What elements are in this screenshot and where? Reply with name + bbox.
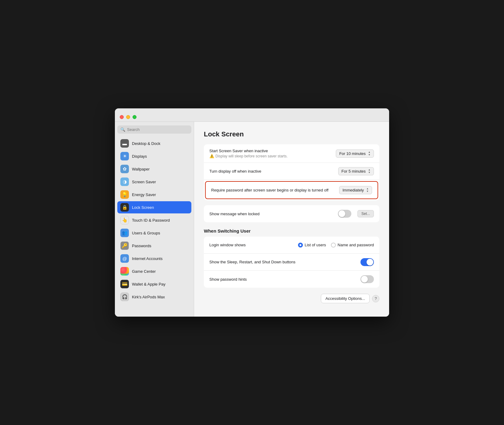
screen-settings-group: Start Screen Saver when inactive ⚠️ Disp…	[204, 144, 379, 200]
warning-icon: ⚠️	[209, 154, 214, 158]
accessibility-options-button[interactable]: Accessibility Options...	[321, 294, 370, 303]
login-window-radio-group: List of users Name and password	[298, 243, 374, 248]
search-icon: 🔍	[120, 127, 125, 132]
sleep-restart-row: Show the Sleep, Restart, and Shut Down b…	[204, 254, 379, 271]
sleep-restart-label: Show the Sleep, Restart, and Shut Down b…	[209, 260, 360, 264]
screen-saver-stepper-arrows: ▲ ▼	[368, 151, 371, 156]
show-message-row: Show message when locked Set...	[204, 205, 379, 222]
sidebar-item-label: Lock Screen	[132, 205, 154, 210]
sleep-restart-toggle-knob	[367, 259, 373, 265]
sidebar-item-label: Game Center	[132, 269, 156, 274]
login-window-row: Login window shows List of users Name an…	[204, 237, 379, 254]
displays-icon: ☀	[120, 152, 129, 160]
sidebar-item-label: Touch ID & Password	[132, 218, 170, 223]
sidebar-item-lock-screen[interactable]: 🔒 Lock Screen	[117, 201, 191, 213]
display-off-label: Turn display off when inactive	[209, 169, 338, 174]
show-message-toggle[interactable]	[338, 210, 351, 218]
bottom-actions: Accessibility Options... ?	[204, 294, 379, 303]
screen-saver-label-group: Start Screen Saver when inactive ⚠️ Disp…	[209, 149, 288, 158]
sidebar: 🔍 ▬ Desktop & Dock ☀ Displays ✿	[115, 122, 194, 317]
game-center-icon	[120, 267, 129, 276]
login-window-label: Login window shows	[209, 243, 298, 247]
sidebar-item-wallet[interactable]: 💳 Wallet & Apple Pay	[117, 278, 191, 290]
screen-saver-icon: ◑	[120, 177, 129, 186]
minimize-button[interactable]	[126, 115, 130, 119]
sidebar-item-internet-accounts[interactable]: @ Internet Accounts	[117, 252, 191, 265]
screen-saver-stepper[interactable]: For 10 minutes ▲ ▼	[336, 149, 374, 158]
touch-id-icon: 👆	[120, 216, 129, 224]
sidebar-item-airpods[interactable]: 🎧 Kirk's AirPods Max	[117, 291, 191, 303]
title-bar	[115, 108, 389, 122]
page-title: Lock Screen	[204, 130, 379, 138]
radio-name-and-password[interactable]: Name and password	[331, 243, 374, 248]
sidebar-item-label: Desktop & Dock	[132, 141, 160, 146]
sidebar-item-label: Kirk's AirPods Max	[132, 295, 165, 299]
radio-name-and-password-label: Name and password	[338, 243, 374, 247]
main-content: Lock Screen Start Screen Saver when inac…	[194, 122, 389, 317]
energy-saver-icon: 💡	[120, 190, 129, 199]
sidebar-item-label: Wallet & Apple Pay	[132, 282, 165, 286]
password-hints-toggle-knob	[361, 276, 368, 283]
display-off-stepper[interactable]: For 5 minutes ▲ ▼	[338, 167, 374, 175]
display-off-row: Turn display off when inactive For 5 min…	[204, 163, 379, 180]
sidebar-item-label: Energy Saver	[132, 192, 156, 197]
password-hints-label: Show password hints	[209, 277, 360, 282]
sidebar-item-energy-saver[interactable]: 💡 Energy Saver	[117, 188, 191, 201]
internet-accounts-icon: @	[120, 254, 129, 263]
wallet-icon: 💳	[120, 280, 129, 288]
sidebar-item-touch-id[interactable]: 👆 Touch ID & Password	[117, 214, 191, 226]
sidebar-item-displays[interactable]: ☀ Displays	[117, 150, 191, 162]
display-off-stepper-arrows: ▲ ▼	[368, 169, 371, 174]
switching-user-header: When Switching User	[204, 228, 379, 234]
switching-user-group: Login window shows List of users Name an…	[204, 237, 379, 288]
sidebar-item-label: Passwords	[132, 244, 151, 248]
close-button[interactable]	[120, 115, 124, 119]
sidebar-item-label: Internet Accounts	[132, 256, 162, 261]
require-password-stepper[interactable]: Immediately ▲ ▼	[339, 186, 372, 194]
sidebar-item-label: Wallpaper	[132, 167, 150, 171]
maximize-button[interactable]	[133, 115, 137, 119]
show-message-controls: Set...	[338, 210, 374, 218]
toggle-knob	[339, 210, 345, 217]
search-input[interactable]	[127, 127, 188, 132]
passwords-icon: 🔑	[120, 241, 129, 250]
screen-saver-timeout-row: Start Screen Saver when inactive ⚠️ Disp…	[204, 144, 379, 163]
sidebar-item-label: Users & Groups	[132, 231, 160, 235]
sidebar-item-desktop-dock[interactable]: ▬ Desktop & Dock	[117, 137, 191, 149]
radio-name-and-password-circle	[331, 243, 336, 248]
password-hints-toggle[interactable]	[360, 275, 374, 283]
radio-list-of-users[interactable]: List of users	[298, 243, 326, 248]
screen-saver-sublabel: ⚠️ Display will sleep before screen save…	[209, 154, 288, 158]
system-preferences-window: 🔍 ▬ Desktop & Dock ☀ Displays ✿	[115, 108, 389, 317]
wallpaper-icon: ✿	[120, 165, 129, 173]
require-password-row: Require password after screen saver begi…	[205, 181, 378, 199]
sidebar-item-game-center[interactable]: Game Center	[117, 265, 191, 277]
require-password-stepper-arrows: ▲ ▼	[366, 188, 369, 193]
sidebar-item-passwords[interactable]: 🔑 Passwords	[117, 240, 191, 252]
screen-saver-label: Start Screen Saver when inactive	[209, 149, 288, 153]
radio-list-of-users-circle	[298, 243, 303, 248]
content-area: 🔍 ▬ Desktop & Dock ☀ Displays ✿	[115, 122, 389, 317]
sidebar-item-users-groups[interactable]: 👥 Users & Groups	[117, 227, 191, 239]
sidebar-item-screen-saver[interactable]: ◑ Screen Saver	[117, 176, 191, 188]
help-button[interactable]: ?	[372, 295, 379, 302]
password-hints-row: Show password hints	[204, 271, 379, 288]
radio-list-of-users-label: List of users	[305, 243, 326, 247]
show-message-label: Show message when locked	[209, 212, 338, 216]
airpods-icon: 🎧	[120, 293, 129, 301]
lock-screen-icon: 🔒	[120, 203, 129, 212]
set-message-button[interactable]: Set...	[357, 210, 374, 217]
sleep-restart-toggle[interactable]	[360, 258, 374, 266]
search-bar[interactable]: 🔍	[117, 125, 191, 134]
desktop-dock-icon: ▬	[120, 139, 129, 148]
sidebar-item-label: Displays	[132, 154, 147, 159]
sidebar-item-label: Screen Saver	[132, 180, 156, 184]
show-message-group: Show message when locked Set...	[204, 205, 379, 222]
sidebar-item-wallpaper[interactable]: ✿ Wallpaper	[117, 163, 191, 175]
require-password-label: Require password after screen saver begi…	[211, 188, 339, 192]
users-groups-icon: 👥	[120, 229, 129, 237]
